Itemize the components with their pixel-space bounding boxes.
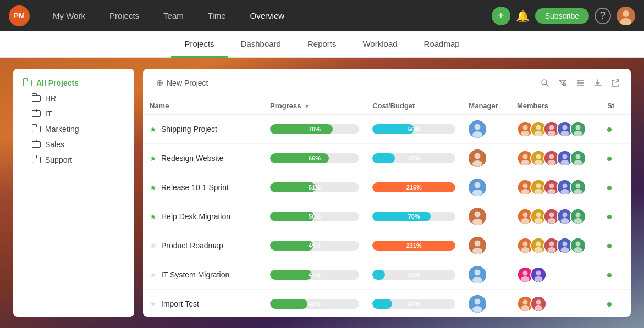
app-logo[interactable]: PM	[9, 5, 30, 26]
project-name-text[interactable]: Import Test	[161, 299, 199, 308]
col-header-budget: Cost/Budget	[366, 97, 462, 115]
svg-point-61	[560, 189, 569, 194]
member-avatars	[517, 296, 594, 312]
progress-bar: 70%	[270, 124, 359, 134]
nav-projects[interactable]: Projects	[97, 0, 151, 31]
user-avatar[interactable]	[617, 7, 635, 25]
svg-point-81	[575, 213, 580, 218]
budget-bar: 231%	[372, 241, 455, 251]
manager-avatar	[469, 237, 486, 254]
budget-label: 231%	[372, 241, 455, 251]
svg-point-37	[534, 160, 542, 165]
svg-point-36	[536, 154, 541, 159]
star-icon[interactable]: ★	[150, 183, 157, 192]
sub-nav-workload[interactable]: Workload	[349, 31, 410, 58]
filter-button[interactable]	[556, 76, 569, 90]
sub-nav-dashboard[interactable]: Dashboard	[228, 31, 294, 58]
col-header-progress[interactable]: Progress ▼	[263, 97, 366, 115]
nav-team[interactable]: Team	[151, 0, 196, 31]
svg-point-31	[472, 160, 482, 167]
search-button[interactable]	[538, 76, 552, 90]
svg-point-75	[549, 213, 554, 218]
svg-point-103	[472, 277, 482, 283]
star-icon[interactable]: ★	[150, 270, 157, 279]
member-avatar	[570, 237, 586, 254]
progress-bar: 50%	[270, 212, 359, 221]
svg-point-34	[521, 160, 529, 165]
svg-point-1	[623, 10, 629, 17]
member-avatar	[570, 179, 586, 196]
notification-bell[interactable]: 🔔	[516, 9, 530, 23]
sub-nav-reports[interactable]: Reports	[294, 31, 350, 58]
project-name-text[interactable]: Redesign Website	[161, 154, 223, 163]
svg-point-28	[574, 131, 582, 136]
budget-label: 70%	[372, 212, 455, 221]
progress-label: 50%	[270, 212, 359, 221]
download-button[interactable]	[591, 76, 604, 90]
project-name-text[interactable]: Help Desk Migration	[161, 212, 230, 221]
star-icon[interactable]: ★	[150, 241, 157, 250]
manager-avatar-image	[469, 149, 486, 167]
table-row: ★ Product Roadmap 49% 231%	[143, 231, 631, 260]
sidebar-item-marketing[interactable]: Marketing	[26, 121, 130, 137]
sub-nav-roadmap[interactable]: Roadmap	[411, 31, 473, 58]
sidebar-item-support[interactable]: Support	[26, 152, 130, 168]
progress-bar: 42%	[270, 299, 359, 309]
budget-label: 15%	[372, 270, 455, 280]
sidebar-item-sales[interactable]: Sales	[26, 137, 130, 152]
nav-overview[interactable]: Overview	[238, 0, 297, 31]
table-row: ★ Help Desk Migration 50% 70%	[143, 202, 631, 231]
table-container: Name Progress ▼ Cost/Budget Manager Memb…	[143, 97, 631, 317]
svg-point-27	[575, 125, 580, 130]
project-name-cell: ★ Shipping Project	[150, 125, 257, 134]
svg-point-67	[472, 219, 482, 225]
nav-my-work[interactable]: My Work	[41, 0, 97, 31]
svg-point-84	[475, 241, 481, 247]
svg-point-22	[547, 131, 555, 136]
progress-label: 70%	[270, 124, 359, 134]
table-header-row: Name Progress ▼ Cost/Budget Manager Memb…	[143, 97, 631, 115]
new-project-button[interactable]: ⊕ New Project	[152, 75, 212, 90]
col-header-manager: Manager	[462, 97, 510, 115]
sidebar-item-all-projects[interactable]: All Projects	[18, 75, 130, 91]
project-name-cell: ★ Redesign Website	[150, 154, 257, 163]
plus-circle-icon: ⊕	[156, 77, 163, 88]
project-name-text[interactable]: IT System Migration	[161, 270, 229, 279]
sidebar-item-hr[interactable]: HR	[26, 91, 130, 106]
help-button[interactable]: ?	[595, 8, 611, 24]
settings-button[interactable]	[574, 76, 587, 90]
project-name-text[interactable]: Release 10.1 Sprint	[161, 183, 229, 192]
svg-point-43	[560, 160, 569, 165]
table-row: ★ IT System Migration 47% 15%	[143, 260, 631, 290]
table-row: ★ Redesign Website 66% 27%	[143, 144, 631, 173]
star-icon[interactable]: ★	[150, 154, 157, 163]
progress-bar: 66%	[270, 153, 359, 163]
folder-icon-it	[32, 110, 41, 117]
sub-nav-projects[interactable]: Projects	[171, 31, 227, 58]
svg-point-51	[522, 184, 527, 188]
svg-point-108	[536, 271, 541, 276]
nav-time[interactable]: Time	[196, 0, 238, 31]
status-indicator	[607, 157, 612, 161]
project-name-text[interactable]: Product Roadmap	[161, 241, 223, 250]
svg-point-66	[475, 212, 481, 218]
subscribe-button[interactable]: Subscribe	[535, 8, 589, 24]
star-icon[interactable]: ★	[150, 125, 157, 134]
svg-point-46	[574, 160, 582, 165]
export-button[interactable]	[609, 76, 622, 90]
manager-avatar-image	[469, 120, 486, 138]
manager-avatar	[469, 266, 486, 283]
user-avatar-image	[617, 7, 635, 25]
download-icon	[593, 79, 602, 87]
project-name-text[interactable]: Shipping Project	[161, 125, 217, 134]
sidebar-item-it[interactable]: IT	[26, 106, 130, 121]
sidebar-label-it: IT	[45, 109, 52, 118]
add-button[interactable]: +	[492, 7, 510, 25]
star-icon[interactable]: ★	[150, 212, 157, 221]
member-avatar	[570, 208, 586, 225]
manager-avatar	[469, 120, 486, 138]
svg-point-96	[562, 242, 567, 247]
svg-point-18	[536, 125, 541, 130]
svg-point-57	[549, 184, 554, 188]
star-icon[interactable]: ★	[150, 299, 157, 308]
